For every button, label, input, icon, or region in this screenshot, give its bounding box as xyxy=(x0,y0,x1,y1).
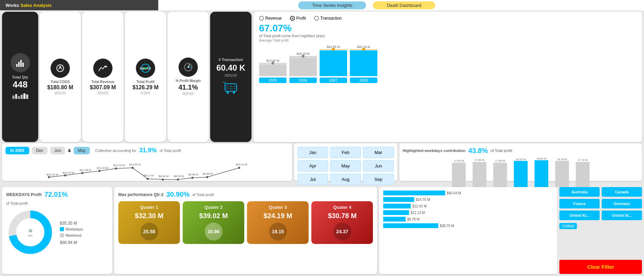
q1-card[interactable]: Quater 1 $32.30 M 25.58 xyxy=(118,201,180,244)
svg-point-18 xyxy=(233,92,235,94)
svg-text:18.22 M: 18.22 M xyxy=(516,158,526,161)
time-series-panel: In 2005 Dec Jun & May Collective account… xyxy=(2,143,292,181)
svg-text:$8.68 M: $8.68 M xyxy=(188,173,198,176)
dec-btn[interactable]: Dec xyxy=(32,147,47,154)
highlighted-country: United xyxy=(559,222,642,230)
jun-btn[interactable]: Jun xyxy=(50,147,65,154)
q3-value: $24.19 M xyxy=(250,212,305,220)
kpi-section: Total Qty 448 Total COGS $180.80 M #DIV/… xyxy=(2,12,251,142)
bottom-section: In 2005 Dec Jun & May Collective account… xyxy=(0,143,644,183)
month-jul[interactable]: Jul xyxy=(298,174,328,185)
country-buttons: Australia Canada France Germany United K… xyxy=(559,187,642,220)
may-btn[interactable]: May xyxy=(74,147,90,154)
svg-text:18.28 M: 18.28 M xyxy=(557,158,567,161)
wd-profit-desc: of Total profit xyxy=(6,201,108,205)
q3-circle: 19.15 xyxy=(269,223,287,241)
svg-text:$8.96 M: $8.96 M xyxy=(203,172,213,175)
svg-text:$13.45 M: $13.45 M xyxy=(129,163,141,166)
radio-transaction[interactable]: Transaction xyxy=(314,16,342,21)
qty-icon xyxy=(11,53,30,72)
q4-card[interactable]: Quater 4 $30.78 M 24.37 xyxy=(311,201,373,244)
svg-text:17.62 M: 17.62 M xyxy=(454,159,464,162)
month-aug[interactable]: Aug xyxy=(330,174,361,185)
q1-title: Quater 1 xyxy=(122,205,176,210)
svg-rect-73 xyxy=(555,161,569,188)
svg-text:$11.84 M: $11.84 M xyxy=(97,166,108,170)
svg-rect-2 xyxy=(20,60,22,67)
brand-name: Works xyxy=(6,3,19,8)
country-actions: Australia Canada France Germany United K… xyxy=(559,187,642,274)
q4-title: Quater 4 xyxy=(315,205,369,210)
btn-france[interactable]: France xyxy=(559,199,600,208)
radio-group: Revenue Profit Transaction xyxy=(259,16,636,21)
kpi-transaction: # Transaction 60.40 K #DIV/0! xyxy=(210,12,251,142)
svg-text:$13.73 M: $13.73 M xyxy=(113,164,125,167)
qty-bar-icon xyxy=(12,93,29,101)
svg-rect-5 xyxy=(15,94,17,99)
month-sep[interactable]: Sep xyxy=(363,174,394,185)
svg-text:17.69 M: 17.69 M xyxy=(495,159,505,162)
svg-point-15 xyxy=(187,67,189,68)
wd-pct: 43.8% xyxy=(468,147,488,155)
month-apr[interactable]: Apr xyxy=(298,160,328,172)
radio-profit[interactable]: Profit xyxy=(290,16,306,21)
clear-filter-btn[interactable]: Clear Filter xyxy=(559,260,642,274)
year-bars-container: $13.40 M 2005 $28.18 M xyxy=(259,45,636,83)
country-bars-panel: $40.54 M $14.75 M $12.42 M $11.13 M $8.7… xyxy=(379,187,557,274)
svg-rect-68 xyxy=(452,163,465,188)
kpi-profit-margin: % Profit Margin 41.1% #DIV/0! xyxy=(168,12,209,142)
svg-point-37 xyxy=(48,176,50,178)
month-mar[interactable]: Mar xyxy=(363,147,394,158)
svg-text:$11.28 M: $11.28 M xyxy=(79,168,91,172)
month-jan[interactable]: Jan xyxy=(298,147,328,158)
donut-chart: 🏢 icon xyxy=(6,208,54,257)
svg-rect-1 xyxy=(18,62,20,67)
avg-profit-label: Average Total profit xyxy=(259,39,636,42)
year-2006[interactable]: $28.18 M 2006 xyxy=(289,52,317,83)
qty-title: Total Qty xyxy=(12,75,28,79)
brand-accent: Sales Analysis xyxy=(21,3,52,8)
year-filter-btn[interactable]: In 2005 xyxy=(6,147,29,154)
svg-text:$13.14 M: $13.14 M xyxy=(236,163,247,166)
year-2005[interactable]: $13.40 M 2005 xyxy=(259,59,287,83)
q3-card[interactable]: Quater 3 $24.19 M 19.15 xyxy=(247,201,309,244)
profit-year-panel: Revenue Profit Transaction 67.07% of Tot… xyxy=(254,12,642,142)
btn-canada[interactable]: Canada xyxy=(602,187,642,197)
tab-detail[interactable]: Deatil Dashboard xyxy=(373,1,435,9)
profit-desc: of Total profit come from highlited year… xyxy=(259,34,636,38)
weekday-donut-panel: WEEKDAYS Profit 72.01% of Total profit 🏢… xyxy=(2,187,112,274)
btn-us[interactable]: United St... xyxy=(602,211,642,220)
month-may[interactable]: May xyxy=(330,160,361,172)
q2-card[interactable]: Quater 2 $39.02 M 30.90 xyxy=(183,201,244,244)
collective-pct: 31.9% xyxy=(139,147,157,154)
btn-australia[interactable]: Australia xyxy=(559,187,600,197)
quarter-cards: Quater 1 $32.30 M 25.58 Quater 2 $39.02 … xyxy=(118,201,373,244)
kpi-total-profit: PROFIT Total Profit $126.29 M 0.00% xyxy=(125,12,166,142)
svg-point-40 xyxy=(98,170,100,172)
btn-uk[interactable]: United Ki... xyxy=(559,211,600,220)
qtr-desc: of Total profit xyxy=(192,193,214,197)
cart-icon xyxy=(222,81,239,96)
svg-point-41 xyxy=(115,167,117,170)
month-feb[interactable]: Feb xyxy=(330,147,361,158)
svg-rect-6 xyxy=(18,96,20,99)
year-2007[interactable]: $42.55 M 2007 xyxy=(320,45,347,83)
tab-time-series[interactable]: Time Series Insights xyxy=(298,1,366,9)
svg-point-46 xyxy=(191,177,193,179)
q2-circle: 30.90 xyxy=(205,223,223,241)
svg-point-38 xyxy=(64,174,66,176)
q1-value: $32.30 M xyxy=(122,212,176,220)
svg-rect-72 xyxy=(534,160,548,188)
year-2008[interactable]: $42.16 M 2008 xyxy=(350,45,377,83)
q3-title: Quater 3 xyxy=(250,205,305,210)
svg-point-43 xyxy=(147,178,149,180)
svg-point-44 xyxy=(162,178,164,181)
profit-pct-big: 67.07% xyxy=(259,23,636,34)
btn-germany[interactable]: Germany xyxy=(602,199,642,208)
qty-value: 448 xyxy=(13,79,28,90)
month-jun[interactable]: Jun xyxy=(363,160,394,172)
svg-text:17.94 M: 17.94 M xyxy=(474,159,484,162)
of-total-profit: of Total profit xyxy=(160,149,181,153)
radio-revenue[interactable]: Revenue xyxy=(259,16,282,21)
qtr-pct: 30.90% xyxy=(166,191,190,198)
